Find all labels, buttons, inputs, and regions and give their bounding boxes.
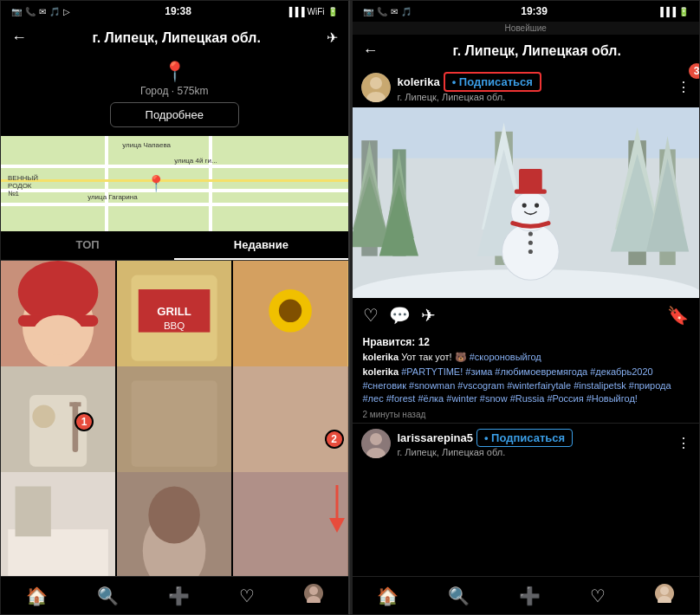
tab-recent[interactable]: Недавние — [174, 231, 347, 260]
caption-hashtag-1[interactable]: #скороновыйгод — [470, 352, 541, 362]
grid-cell-7[interactable] — [1, 472, 115, 576]
post-caption: Нравится: 12 kolerika Уот так уот! 🐻 #ск… — [353, 333, 700, 423]
right-status-time: 19:39 — [521, 5, 548, 17]
map-label-4: ВЕННЫЙРОДОК№1 — [8, 174, 38, 197]
grid-cell-4[interactable] — [1, 366, 115, 481]
caption-username-2[interactable]: kolerika — [363, 366, 399, 377]
share-button[interactable]: ✈ — [421, 305, 436, 326]
svg-point-63 — [528, 241, 532, 245]
svg-point-61 — [535, 204, 539, 208]
left-header: ← г. Липецк, Липецкая обл. ✈ — [1, 22, 348, 54]
annotation-badge-2: 2 — [325, 430, 344, 449]
grid-cell-3[interactable] — [233, 261, 347, 375]
post-location: г. Липецк, Липецкая обл. — [398, 92, 671, 102]
svg-point-31 — [309, 586, 318, 595]
comment-button[interactable]: 💬 — [389, 305, 411, 326]
svg-rect-19 — [132, 381, 217, 467]
left-status-icons: 📷📞✉🎵▷ — [11, 7, 70, 16]
grid-cell-1[interactable] — [1, 261, 115, 375]
caption-username-1[interactable]: kolerika — [363, 352, 399, 362]
next-post-more-dots[interactable]: ⋮ — [677, 435, 690, 451]
svg-point-2 — [18, 261, 99, 324]
newest-label: Новейшие — [353, 22, 700, 35]
svg-rect-20 — [233, 366, 347, 481]
right-nav-profile[interactable] — [655, 584, 674, 607]
left-nav-search[interactable]: 🔍 — [97, 586, 119, 606]
svg-text:BBQ: BBQ — [164, 320, 185, 331]
next-post-header: larissarepina5 • Подписаться г. Липецк, … — [353, 423, 700, 463]
time-ago: 2 минуты назад — [363, 410, 690, 419]
tabs-container: ТОП Недавние — [1, 231, 348, 261]
post-user-info: kolerika • Подписаться г. Липецк, Липецк… — [398, 72, 671, 102]
left-nav-add[interactable]: ➕ — [168, 586, 190, 606]
follow-button[interactable]: • Подписаться — [444, 72, 541, 92]
right-status-right: ▐▐▐🔋 — [658, 7, 689, 16]
left-send-icon[interactable]: ✈ — [327, 29, 338, 46]
location-info: 📍 Город · 575km Подробнее — [1, 54, 348, 136]
left-bottom-nav: 🏠 🔍 ➕ ♡ — [1, 576, 348, 614]
map-pin: 📍 — [146, 174, 165, 193]
post-actions: ♡ 💬 ✈ 🔖 — [353, 298, 700, 333]
svg-rect-23 — [16, 487, 51, 537]
map-label-1: улица Чапаева — [122, 141, 171, 149]
caption-line-1: kolerika Уот так уот! 🐻 #скороновыйгод — [363, 351, 690, 364]
right-nav-home[interactable]: 🏠 — [377, 586, 399, 606]
caption-hashtags-2: #PARTYTIME! #зима #любимоевремягода #дек… — [363, 366, 671, 404]
map-container: улица Чапаева улица 4й ги... улица Гагар… — [1, 136, 348, 231]
right-status-bar: 📷📞✉🎵 19:39 ▐▐▐🔋 — [353, 1, 700, 22]
post-header: kolerika • Подписаться г. Липецк, Липецк… — [353, 67, 700, 107]
left-nav-home[interactable]: 🏠 — [26, 586, 48, 606]
right-status-icons: 📷📞✉🎵 — [363, 7, 412, 16]
location-sublabel: Город · 575km — [140, 85, 208, 97]
svg-point-34 — [370, 77, 382, 89]
location-pin-icon: 📍 — [163, 61, 186, 83]
like-button[interactable]: ♡ — [363, 305, 379, 326]
annotation-badge-1: 1 — [75, 412, 94, 431]
image-grid: GRILLBBQ 1 2 — [1, 261, 348, 576]
svg-point-66 — [370, 433, 382, 445]
left-back-button[interactable]: ← — [11, 29, 27, 47]
more-button[interactable]: Подробнее — [110, 102, 239, 127]
map-label-3: улица Гагарина — [88, 193, 138, 201]
left-header-title: г. Липецк, Липецкая обл. — [34, 30, 320, 46]
grid-cell-8[interactable] — [117, 472, 231, 576]
caption-line-2: kolerika #PARTYTIME! #зима #любимоевремя… — [363, 366, 690, 405]
svg-point-26 — [149, 487, 200, 544]
left-nav-profile[interactable] — [304, 584, 323, 607]
right-header-title: г. Липецк, Липецкая обл. — [386, 43, 690, 59]
next-post-avatar — [361, 429, 391, 458]
right-nav-search[interactable]: 🔍 — [448, 586, 470, 606]
winter-scene — [353, 107, 700, 298]
right-screen: 📷📞✉🎵 19:39 ▐▐▐🔋 Новейшие ← г. Липецк, Ли… — [352, 0, 701, 615]
post-more-dots[interactable]: ⋮ — [677, 79, 690, 95]
right-bottom-nav: 🏠 🔍 ➕ ♡ — [353, 576, 700, 614]
grid-cell-2[interactable]: GRILLBBQ — [117, 261, 231, 375]
svg-point-60 — [522, 204, 526, 208]
next-post-username[interactable]: larissarepina5 — [398, 431, 473, 444]
left-screen: 📷📞✉🎵▷ 19:38 ▐▐▐WiFi🔋 ← г. Липецк, Липецк… — [0, 0, 350, 615]
svg-marker-29 — [329, 518, 345, 533]
right-nav-heart[interactable]: ♡ — [590, 586, 606, 606]
likes-count: Нравится: 12 — [363, 336, 690, 348]
caption-text-1: Уот так уот! 🐻 — [401, 352, 467, 362]
right-back-button[interactable]: ← — [363, 42, 379, 60]
grid-cell-5[interactable] — [117, 366, 231, 481]
tab-top[interactable]: ТОП — [1, 231, 174, 260]
post-image — [353, 107, 700, 298]
map-background: улица Чапаева улица 4й ги... улица Гагар… — [1, 136, 348, 231]
svg-text:GRILL: GRILL — [157, 305, 191, 318]
left-status-right: ▐▐▐WiFi🔋 — [286, 7, 337, 16]
right-nav-add[interactable]: ➕ — [519, 586, 541, 606]
left-status-time: 19:38 — [165, 5, 191, 17]
next-post-user-info: larissarepina5 • Подписаться г. Липецк, … — [398, 429, 671, 457]
post-username[interactable]: kolerika — [398, 75, 440, 88]
svg-point-69 — [660, 586, 669, 595]
annotation-badge-3: 3 — [687, 62, 700, 81]
svg-rect-59 — [519, 169, 542, 191]
left-nav-heart[interactable]: ♡ — [239, 586, 255, 606]
grid-cell-6[interactable] — [233, 366, 347, 481]
bookmark-button[interactable]: 🔖 — [667, 305, 689, 326]
next-follow-button[interactable]: • Подписаться — [476, 429, 573, 447]
svg-point-62 — [528, 231, 532, 236]
left-status-bar: 📷📞✉🎵▷ 19:38 ▐▐▐WiFi🔋 — [1, 1, 348, 22]
